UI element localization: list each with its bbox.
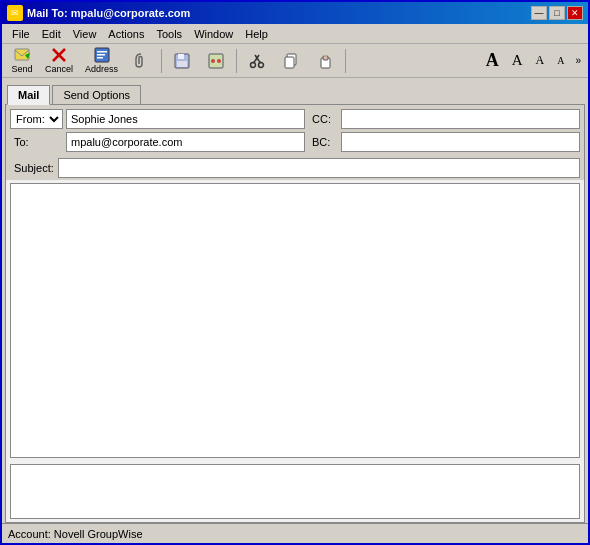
send-icon bbox=[14, 47, 30, 63]
paste-icon bbox=[317, 53, 333, 69]
font-size-medium-button[interactable]: A bbox=[507, 49, 528, 72]
window-title: Mail To: mpalu@corporate.com bbox=[27, 7, 190, 19]
bc-label: BC: bbox=[308, 136, 335, 148]
tab-send-options[interactable]: Send Options bbox=[52, 85, 141, 104]
font-buttons: A A A A » bbox=[481, 47, 584, 74]
subject-label: Subject: bbox=[10, 162, 58, 174]
toolbar-chevron-button[interactable]: » bbox=[572, 54, 584, 67]
svg-rect-6 bbox=[97, 54, 105, 56]
attach-button[interactable] bbox=[125, 47, 157, 75]
bc-input[interactable] bbox=[341, 132, 580, 152]
cancel-icon bbox=[51, 47, 67, 63]
separator-2 bbox=[236, 49, 237, 73]
title-bar: ✉ Mail To: mpalu@corporate.com — □ ✕ bbox=[2, 2, 588, 24]
svg-rect-9 bbox=[178, 54, 184, 59]
svg-rect-24 bbox=[324, 55, 327, 57]
font-size-small-button[interactable]: A bbox=[531, 50, 550, 71]
menu-bar: File Edit View Actions Tools Window Help bbox=[2, 24, 588, 44]
svg-rect-10 bbox=[177, 61, 187, 67]
svg-point-17 bbox=[259, 62, 264, 67]
menu-help[interactable]: Help bbox=[239, 26, 274, 42]
svg-point-13 bbox=[217, 59, 221, 63]
menu-view[interactable]: View bbox=[67, 26, 103, 42]
to-input[interactable] bbox=[66, 132, 305, 152]
menu-edit[interactable]: Edit bbox=[36, 26, 67, 42]
title-bar-left: ✉ Mail To: mpalu@corporate.com bbox=[7, 5, 190, 21]
paste-button[interactable] bbox=[309, 47, 341, 75]
from-select[interactable]: From: bbox=[10, 109, 63, 129]
save-icon bbox=[174, 53, 190, 69]
save-button[interactable] bbox=[166, 47, 198, 75]
cc-input[interactable] bbox=[341, 109, 580, 129]
status-bar: Account: Novell GroupWise bbox=[2, 523, 588, 543]
font-size-xsmall-button[interactable]: A bbox=[552, 52, 569, 69]
menu-file[interactable]: File bbox=[6, 26, 36, 42]
mail-icon: ✉ bbox=[7, 5, 23, 21]
options-button[interactable] bbox=[200, 47, 232, 75]
menu-window[interactable]: Window bbox=[188, 26, 239, 42]
svg-point-12 bbox=[211, 59, 215, 63]
svg-rect-21 bbox=[285, 57, 294, 68]
svg-rect-7 bbox=[97, 57, 103, 59]
address-button[interactable]: Address bbox=[80, 47, 123, 75]
menu-actions[interactable]: Actions bbox=[102, 26, 150, 42]
cancel-label: Cancel bbox=[45, 64, 73, 74]
close-button[interactable]: ✕ bbox=[567, 6, 583, 20]
svg-rect-5 bbox=[97, 51, 107, 53]
copy-icon bbox=[283, 53, 299, 69]
separator-3 bbox=[345, 49, 346, 73]
minimize-button[interactable]: — bbox=[531, 6, 547, 20]
main-window: ✉ Mail To: mpalu@corporate.com — □ ✕ Fil… bbox=[0, 0, 590, 545]
tab-mail[interactable]: Mail bbox=[7, 85, 50, 105]
subject-input[interactable] bbox=[58, 158, 580, 178]
tabs-bar: Mail Send Options bbox=[2, 78, 588, 104]
font-size-large-button[interactable]: A bbox=[481, 47, 504, 74]
cancel-button[interactable]: Cancel bbox=[40, 47, 78, 75]
toolbar: Send Cancel Address bbox=[2, 44, 588, 78]
copy-button[interactable] bbox=[275, 47, 307, 75]
address-icon bbox=[94, 47, 110, 63]
address-label: Address bbox=[85, 64, 118, 74]
to-label: To: bbox=[10, 136, 63, 148]
send-label: Send bbox=[11, 64, 32, 74]
menu-tools[interactable]: Tools bbox=[150, 26, 188, 42]
separator-1 bbox=[161, 49, 162, 73]
maximize-button[interactable]: □ bbox=[549, 6, 565, 20]
title-buttons: — □ ✕ bbox=[531, 6, 583, 20]
options-icon bbox=[208, 53, 224, 69]
attach-icon bbox=[133, 52, 149, 68]
body-textarea[interactable] bbox=[11, 184, 579, 457]
cc-label: CC: bbox=[308, 113, 335, 125]
body-area[interactable] bbox=[10, 183, 580, 458]
content-area: From: CC: To: BC: Subject: bbox=[5, 104, 585, 523]
cut-icon bbox=[249, 53, 265, 69]
subject-row: Subject: bbox=[6, 156, 584, 180]
send-button[interactable]: Send bbox=[6, 47, 38, 75]
signature-area[interactable] bbox=[10, 464, 580, 519]
form-fields: From: CC: To: BC: bbox=[6, 105, 584, 156]
svg-point-16 bbox=[251, 62, 256, 67]
status-text: Account: Novell GroupWise bbox=[8, 528, 143, 540]
cut-button[interactable] bbox=[241, 47, 273, 75]
from-input[interactable] bbox=[66, 109, 305, 129]
